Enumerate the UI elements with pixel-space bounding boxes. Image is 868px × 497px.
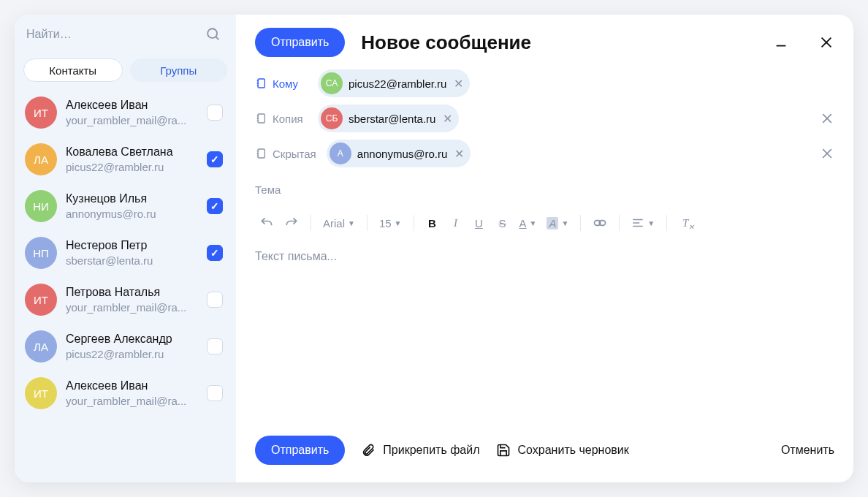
cc-row[interactable]: Копия СБ sberstar@lenta.ru ✕ — [255, 101, 853, 136]
editor-area[interactable]: Текст письма... — [236, 240, 853, 436]
bold-icon[interactable]: B — [422, 210, 443, 235]
search-row — [15, 15, 236, 54]
checkbox[interactable] — [207, 292, 223, 308]
checkbox[interactable] — [207, 338, 223, 354]
contact-row[interactable]: ЛАСергеев Александрpicus22@rambler.ru — [15, 323, 236, 370]
cc-label[interactable]: Копия — [255, 113, 308, 125]
bcc-label[interactable]: Скрытая — [255, 148, 316, 160]
contact-row[interactable]: ИТАлексеев Иванyour_rambler_mail@ra... — [15, 370, 236, 417]
remove-chip-icon[interactable]: ✕ — [452, 77, 464, 89]
attach-label: Прикрепить файл — [383, 444, 479, 457]
to-label[interactable]: Кому — [255, 77, 308, 90]
contact-row[interactable]: НПНестеров Петрsberstar@lenta.ru — [15, 229, 236, 276]
checkbox[interactable] — [207, 245, 223, 261]
highlight-icon[interactable]: A▼ — [542, 210, 573, 235]
page-title: Новое сообщение — [361, 31, 744, 54]
close-icon[interactable] — [818, 34, 834, 50]
main-panel: Отправить Новое сообщение Кому СА pic — [236, 15, 853, 482]
contact-text: Кузнецов Ильяannonymus@ro.ru — [66, 191, 198, 221]
checkbox[interactable] — [207, 385, 223, 401]
send-button-top[interactable]: Отправить — [255, 28, 345, 57]
contact-name: Сергеев Александр — [66, 332, 198, 347]
to-row[interactable]: Кому СА picus22@rambler.ru ✕ — [255, 66, 853, 101]
remove-row-icon[interactable] — [820, 111, 834, 126]
to-chip[interactable]: СА picus22@rambler.ru ✕ — [318, 69, 470, 97]
svg-point-0 — [208, 29, 217, 38]
cc-chip[interactable]: СБ sberstar@lenta.ru ✕ — [318, 105, 459, 132]
separator — [367, 215, 368, 231]
contact-text: Алексеев Иванyour_rambler_mail@ra... — [66, 98, 198, 127]
subject-input[interactable] — [255, 176, 834, 202]
contact-name: Ковалева Светлана — [66, 145, 198, 160]
editor-placeholder: Текст письма... — [255, 250, 337, 262]
separator — [619, 215, 620, 231]
avatar: ИТ — [25, 96, 57, 129]
save-draft-button[interactable]: Сохранить черновик — [496, 443, 629, 458]
subject-row[interactable] — [255, 171, 853, 206]
svg-line-1 — [216, 37, 218, 39]
separator — [666, 215, 667, 231]
italic-icon[interactable]: I — [445, 210, 467, 235]
text-color-icon[interactable]: A▼ — [515, 210, 541, 235]
contact-text: Ковалева Светланаpicus22@rambler.ru — [66, 145, 198, 174]
avatar: СА — [321, 72, 343, 94]
bcc-label-text: Скрытая — [273, 148, 316, 160]
avatar: ЛА — [25, 330, 57, 363]
tab-contacts[interactable]: Контакты — [23, 58, 123, 82]
contact-email: sberstar@lenta.ru — [66, 254, 198, 268]
contact-email: picus22@rambler.ru — [66, 160, 198, 175]
contact-email: your_rambler_mail@ra... — [66, 300, 198, 315]
link-icon[interactable] — [588, 210, 612, 235]
contact-text: Сергеев Александрpicus22@rambler.ru — [66, 332, 198, 361]
undo-icon[interactable] — [255, 210, 278, 235]
contact-row[interactable]: ЛАКовалева Светланаpicus22@rambler.ru — [15, 136, 236, 183]
size-select[interactable]: 15▼ — [375, 210, 406, 235]
contact-name: Алексеев Иван — [66, 98, 198, 113]
bcc-chip[interactable]: А annonymus@ro.ru ✕ — [327, 140, 471, 167]
contacts-list[interactable]: ИТАлексеев Иванyour_rambler_mail@ra...ЛА… — [15, 89, 236, 482]
save-icon — [496, 443, 511, 458]
search-icon[interactable] — [205, 26, 221, 42]
avatar: ИТ — [25, 284, 57, 316]
strike-icon[interactable]: S — [492, 210, 514, 235]
contact-name: Кузнецов Илья — [66, 191, 198, 207]
tab-groups[interactable]: Группы — [130, 58, 228, 82]
checkbox[interactable] — [207, 151, 223, 167]
separator — [414, 215, 414, 231]
send-button-bottom[interactable]: Отправить — [255, 436, 345, 465]
svg-rect-9 — [258, 114, 264, 123]
remove-chip-icon[interactable]: ✕ — [453, 148, 465, 159]
checkbox[interactable] — [207, 105, 223, 121]
cancel-button[interactable]: Отменить — [781, 444, 834, 457]
underline-icon[interactable]: U — [468, 210, 490, 235]
contact-text: Нестеров Петрsberstar@lenta.ru — [66, 238, 198, 268]
contact-email: your_rambler_mail@ra... — [66, 113, 198, 128]
avatar: ЛА — [25, 143, 57, 175]
contact-text: Петрова Натальяyour_rambler_mail@ra... — [66, 285, 198, 314]
addressbook-icon — [255, 113, 267, 124]
contact-email: your_rambler_mail@ra... — [66, 394, 198, 409]
contact-name: Нестеров Петр — [66, 238, 198, 254]
sidebar-toggle: Контакты Группы — [15, 54, 236, 89]
attach-button[interactable]: Прикрепить файл — [361, 443, 479, 458]
align-icon[interactable]: ▼ — [627, 210, 659, 235]
to-chip-email: picus22@rambler.ru — [349, 77, 446, 90]
remove-chip-icon[interactable]: ✕ — [441, 113, 453, 124]
redo-icon[interactable] — [280, 210, 303, 235]
separator — [311, 215, 311, 231]
bcc-chip-email: annonymus@ro.ru — [357, 148, 448, 160]
checkbox[interactable] — [207, 198, 223, 214]
sidebar: Контакты Группы ИТАлексеев Иванyour_ramb… — [15, 15, 236, 482]
contact-row[interactable]: ИТАлексеев Иванyour_rambler_mail@ra... — [15, 89, 236, 136]
search-input[interactable] — [26, 28, 197, 41]
cc-label-text: Копия — [273, 113, 303, 125]
contact-row[interactable]: НИКузнецов Ильяannonymus@ro.ru — [15, 183, 236, 229]
clear-format-icon[interactable]: T✕ — [674, 210, 696, 235]
bcc-row[interactable]: Скрытая А annonymus@ro.ru ✕ — [255, 136, 853, 171]
remove-row-icon[interactable] — [820, 146, 834, 161]
contact-email: annonymus@ro.ru — [66, 207, 198, 221]
contact-row[interactable]: ИТПетрова Натальяyour_rambler_mail@ra... — [15, 276, 236, 323]
format-toolbar: Arial▼ 15▼ B I U S A▼ A▼ ▼ T✕ — [236, 206, 853, 240]
font-select[interactable]: Arial▼ — [319, 210, 359, 235]
minimize-icon[interactable] — [773, 34, 789, 50]
